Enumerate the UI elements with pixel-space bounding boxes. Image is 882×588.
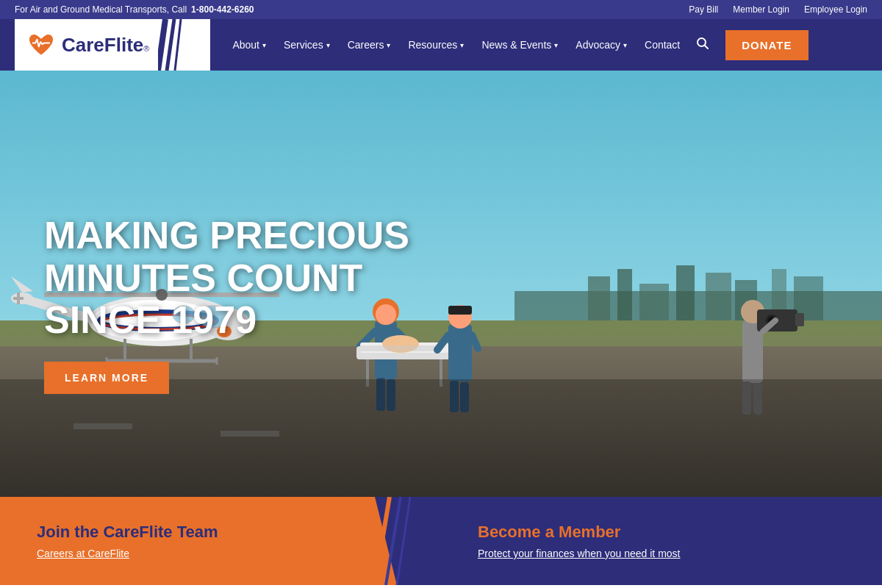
nav-advocacy[interactable]: Advocacy ▾ — [568, 33, 634, 57]
svg-rect-64 — [795, 313, 804, 326]
bottom-cards: Join the CareFlite Team Careers at CareF… — [0, 497, 882, 585]
hero-section: MAKING PRECIOUS MINUTES COUNT SINCE 1979… — [0, 71, 882, 497]
main-nav: CareFlite ® About ▾ Services ▾ Careers ▾… — [0, 19, 882, 71]
nav-services[interactable]: Services ▾ — [276, 33, 337, 57]
member-login-link[interactable]: Member Login — [733, 4, 789, 15]
svg-line-4 — [705, 46, 709, 49]
learn-more-button[interactable]: LEARN MORE — [44, 362, 169, 394]
nav-resources[interactable]: Resources ▾ — [401, 33, 471, 57]
logo-text: CareFlite ® — [62, 34, 149, 57]
utility-bar: For Air and Ground Medical Transports, C… — [0, 0, 882, 19]
call-text: For Air and Ground Medical Transports, C… — [15, 4, 187, 15]
pay-bill-link[interactable]: Pay Bill — [689, 4, 718, 15]
donate-button[interactable]: DONATE — [725, 30, 808, 60]
join-title: Join the CareFlite Team — [37, 523, 397, 542]
careers-link[interactable]: Careers at CareFlite — [37, 548, 397, 559]
nav-news-events[interactable]: News & Events ▾ — [474, 33, 565, 57]
careflite-logo-icon — [26, 30, 56, 60]
nav-careers[interactable]: Careers ▾ — [340, 33, 398, 57]
employee-login-link[interactable]: Employee Login — [804, 4, 867, 15]
svg-line-2 — [175, 19, 181, 71]
chevron-down-icon: ▾ — [460, 41, 464, 49]
utility-bar-links: Pay Bill Member Login Employee Login — [689, 4, 867, 15]
phone-number[interactable]: 1-800-442-6260 — [191, 4, 254, 15]
search-icon — [696, 37, 709, 50]
logo-name: CareFlite — [62, 34, 143, 57]
chevron-down-icon: ▾ — [623, 41, 627, 49]
chevron-down-icon: ▾ — [387, 41, 390, 49]
chevron-down-icon: ▾ — [262, 41, 266, 49]
chevron-down-icon: ▾ — [326, 41, 330, 49]
join-team-card: Join the CareFlite Team Careers at CareF… — [0, 497, 434, 585]
hero-content: MAKING PRECIOUS MINUTES COUNT SINCE 1979… — [44, 215, 470, 394]
svg-rect-70 — [0, 379, 882, 497]
member-link[interactable]: Protect your finances when you need it m… — [478, 548, 838, 559]
svg-line-1 — [167, 19, 174, 71]
nav-about[interactable]: About ▾ — [225, 33, 273, 57]
svg-line-0 — [158, 19, 165, 71]
search-button[interactable] — [690, 31, 715, 59]
logo-area: CareFlite ® — [15, 19, 210, 71]
card-diagonal-stripes — [375, 497, 434, 585]
hero-title: MAKING PRECIOUS MINUTES COUNT SINCE 1979 — [44, 215, 470, 341]
chevron-down-icon: ▾ — [554, 41, 558, 49]
trademark: ® — [143, 44, 149, 53]
nav-contact[interactable]: Contact — [637, 33, 687, 57]
member-title: Become a Member — [478, 523, 838, 542]
logo-diagonal-stripes — [158, 19, 198, 71]
nav-items: About ▾ Services ▾ Careers ▾ Resources ▾… — [225, 30, 867, 60]
become-member-card: Become a Member Protect your finances wh… — [434, 497, 882, 585]
utility-bar-contact: For Air and Ground Medical Transports, C… — [15, 4, 254, 15]
